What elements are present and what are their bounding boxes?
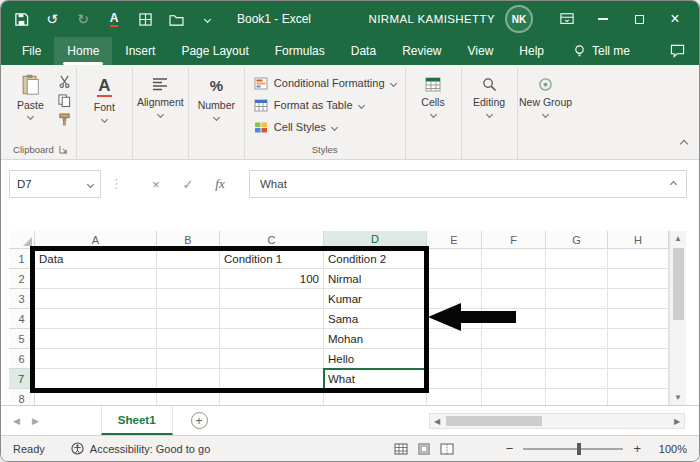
column-header-G[interactable]: G bbox=[546, 231, 608, 249]
accessibility-status[interactable]: Accessibility: Good to go bbox=[71, 442, 210, 455]
tab-help[interactable]: Help bbox=[506, 37, 557, 65]
sheet-tab-sheet1[interactable]: Sheet1 bbox=[101, 406, 173, 435]
cell-H5[interactable] bbox=[608, 329, 669, 349]
clipboard-dialog-launcher-icon[interactable] bbox=[59, 145, 68, 154]
vertical-scroll-thumb[interactable] bbox=[673, 248, 684, 320]
conditional-formatting-icon bbox=[254, 77, 268, 90]
minimize-button[interactable] bbox=[589, 6, 617, 32]
confirm-entry-icon[interactable]: ✓ bbox=[175, 170, 201, 198]
zoom-out-button[interactable]: − bbox=[506, 441, 514, 456]
number-group-button[interactable]: % Number bbox=[189, 68, 245, 159]
column-header-H[interactable]: H bbox=[608, 231, 669, 249]
format-as-table-button[interactable]: Format as Table bbox=[250, 94, 400, 116]
column-header-E[interactable]: E bbox=[427, 231, 482, 249]
copy-icon[interactable] bbox=[58, 94, 71, 107]
collapse-ribbon-icon[interactable] bbox=[681, 133, 687, 151]
page-break-view-icon[interactable] bbox=[440, 443, 454, 455]
cell-E1[interactable] bbox=[427, 249, 482, 269]
expand-formula-bar-icon[interactable] bbox=[670, 180, 677, 187]
zoom-in-button[interactable]: + bbox=[633, 441, 641, 456]
cell-E8[interactable] bbox=[427, 389, 482, 405]
cell-F6[interactable] bbox=[482, 349, 546, 369]
cells-group-button[interactable]: Cells bbox=[406, 68, 462, 159]
cell-styles-button[interactable]: Cell Styles bbox=[250, 116, 400, 138]
horizontal-scrollbar[interactable]: ◀ ▶ bbox=[429, 413, 685, 429]
cancel-entry-icon[interactable]: × bbox=[143, 170, 169, 198]
open-folder-icon[interactable] bbox=[166, 9, 186, 29]
cell-H1[interactable] bbox=[608, 249, 669, 269]
clipboard-icon bbox=[21, 74, 40, 96]
tab-file[interactable]: File bbox=[9, 37, 54, 65]
conditional-formatting-button[interactable]: Conditional Formatting bbox=[250, 72, 400, 94]
cell-F8[interactable] bbox=[482, 389, 546, 405]
paste-button[interactable]: Paste bbox=[10, 70, 51, 126]
cell-G1[interactable] bbox=[546, 249, 608, 269]
tab-page-layout[interactable]: Page Layout bbox=[168, 37, 261, 65]
zoom-slider[interactable] bbox=[523, 448, 623, 450]
cell-E6[interactable] bbox=[427, 349, 482, 369]
cell-G2[interactable] bbox=[546, 269, 608, 289]
cell-H3[interactable] bbox=[608, 289, 669, 309]
cut-icon[interactable] bbox=[58, 75, 71, 88]
tab-insert[interactable]: Insert bbox=[112, 37, 168, 65]
tab-view[interactable]: View bbox=[455, 37, 507, 65]
cell-H4[interactable] bbox=[608, 309, 669, 329]
format-painter-icon[interactable] bbox=[58, 113, 71, 126]
previous-sheet-icon[interactable]: ◀ bbox=[13, 416, 20, 426]
ribbon-display-options-icon[interactable] bbox=[553, 6, 581, 32]
font-group-button[interactable]: A Font bbox=[77, 68, 133, 159]
cell-G6[interactable] bbox=[546, 349, 608, 369]
column-header-F[interactable]: F bbox=[482, 231, 546, 249]
maximize-button[interactable] bbox=[625, 6, 653, 32]
alignment-group-button[interactable]: Alignment bbox=[133, 68, 189, 159]
cell-G4[interactable] bbox=[546, 309, 608, 329]
scroll-left-icon[interactable]: ◀ bbox=[430, 417, 444, 426]
formula-input[interactable]: What bbox=[249, 170, 687, 198]
cell-F7[interactable] bbox=[482, 369, 546, 389]
zoom-slider-thumb[interactable] bbox=[577, 443, 581, 455]
save-icon[interactable] bbox=[11, 9, 31, 29]
cell-G5[interactable] bbox=[546, 329, 608, 349]
underline-icon[interactable]: A bbox=[104, 9, 124, 29]
customize-toolbar-icon[interactable] bbox=[197, 9, 217, 29]
cell-F2[interactable] bbox=[482, 269, 546, 289]
comments-icon[interactable] bbox=[670, 37, 685, 65]
tab-home[interactable]: Home bbox=[54, 37, 112, 65]
cell-G8[interactable] bbox=[546, 389, 608, 405]
page-layout-view-icon[interactable] bbox=[417, 443, 431, 455]
name-box[interactable]: D7 bbox=[9, 170, 101, 198]
tell-me-button[interactable]: Tell me bbox=[573, 37, 630, 65]
borders-icon[interactable] bbox=[135, 9, 155, 29]
account-user-name[interactable]: NIRMAL KAMISHETTY bbox=[369, 13, 496, 25]
zoom-level[interactable]: 100% bbox=[655, 443, 687, 455]
name-box-dropdown-icon[interactable] bbox=[87, 180, 94, 187]
cell-E7[interactable] bbox=[427, 369, 482, 389]
tab-formulas[interactable]: Formulas bbox=[262, 37, 338, 65]
scroll-up-icon[interactable]: ▲ bbox=[670, 234, 686, 243]
cell-H6[interactable] bbox=[608, 349, 669, 369]
tab-data[interactable]: Data bbox=[338, 37, 389, 65]
undo-icon[interactable]: ↺ bbox=[42, 9, 62, 29]
avatar[interactable]: NK bbox=[507, 7, 531, 31]
cell-E2[interactable] bbox=[427, 269, 482, 289]
cell-F1[interactable] bbox=[482, 249, 546, 269]
cell-H8[interactable] bbox=[608, 389, 669, 405]
cell-H7[interactable] bbox=[608, 369, 669, 389]
cell-G3[interactable] bbox=[546, 289, 608, 309]
cell-G7[interactable] bbox=[546, 369, 608, 389]
insert-function-icon[interactable]: fx bbox=[207, 170, 233, 198]
formula-bar-drag-dots[interactable]: ⋮ bbox=[110, 176, 123, 191]
close-button[interactable]: × bbox=[661, 6, 689, 32]
normal-view-icon[interactable] bbox=[394, 443, 408, 455]
scroll-right-icon[interactable]: ▶ bbox=[670, 417, 684, 426]
scroll-down-icon[interactable]: ▼ bbox=[670, 393, 686, 402]
new-sheet-button[interactable]: + bbox=[191, 412, 208, 429]
vertical-scrollbar[interactable]: ▲ ▼ bbox=[669, 231, 686, 405]
editing-group-button[interactable]: Editing bbox=[462, 68, 518, 159]
next-sheet-icon[interactable]: ▶ bbox=[32, 416, 39, 426]
cell-H2[interactable] bbox=[608, 269, 669, 289]
tab-review[interactable]: Review bbox=[389, 37, 454, 65]
quick-access-toolbar: ↺ ↻ A bbox=[11, 9, 217, 29]
new-group-button[interactable]: New Group bbox=[518, 68, 574, 159]
horizontal-scroll-thumb[interactable] bbox=[446, 416, 542, 426]
